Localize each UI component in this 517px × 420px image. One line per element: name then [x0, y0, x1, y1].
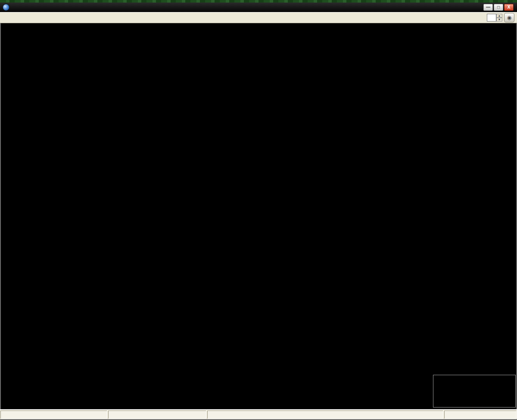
statusbar-ut-time — [444, 411, 517, 419]
statusbar — [0, 409, 517, 419]
titlebar[interactable]: ― □ X — [0, 3, 517, 12]
chart-canvas-area[interactable] — [0, 23, 517, 409]
zet-app-window: ― □ X ▲ ▼ ◉ — [0, 0, 517, 420]
page-spinner[interactable]: ▲ ▼ — [487, 14, 502, 22]
statusbar-spacer — [207, 411, 443, 419]
almuten-label — [4, 394, 8, 400]
statusbar-avf — [0, 411, 107, 419]
spinner-down-button[interactable]: ▼ — [496, 18, 502, 22]
element-statistics-box — [433, 375, 516, 408]
minimize-button[interactable]: ― — [483, 4, 493, 11]
app-logo-icon — [3, 4, 9, 11]
statusbar-chart-mode — [108, 411, 206, 419]
page-number-field[interactable] — [487, 14, 496, 22]
natal-wheel-chart[interactable] — [1, 23, 516, 409]
maximize-button[interactable]: □ — [494, 4, 503, 11]
close-button[interactable]: X — [504, 4, 514, 11]
spinner-up-button[interactable]: ▲ — [496, 14, 502, 18]
snapshot-button[interactable]: ◉ — [504, 13, 514, 22]
toolbar: ▲ ▼ ◉ — [0, 12, 517, 23]
